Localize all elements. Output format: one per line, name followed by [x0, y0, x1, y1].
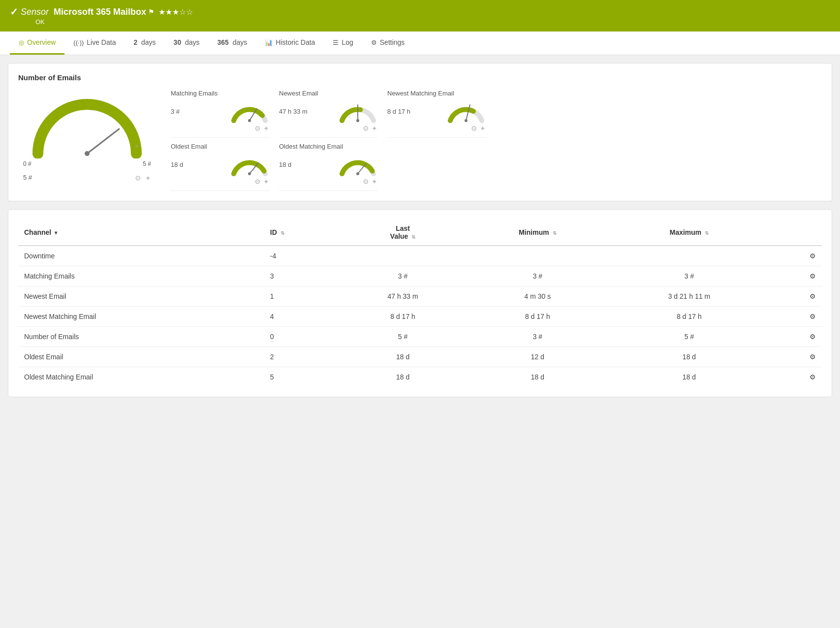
newest-matching-settings-icon[interactable]: ⚙	[471, 125, 477, 132]
matching-emails-settings-icon[interactable]: ⚙	[254, 125, 261, 132]
row-settings-button[interactable]: ⚙	[768, 246, 822, 266]
row-settings-button[interactable]: ⚙	[768, 367, 822, 387]
oldest-email-settings-icon[interactable]: ⚙	[254, 178, 261, 186]
svg-point-4	[248, 119, 251, 122]
minimum-sort-icon[interactable]: ⇅	[553, 230, 557, 236]
col-maximum: Maximum ⇅	[610, 220, 769, 246]
tab-settings[interactable]: ⚙ Settings	[362, 31, 414, 55]
col-id-label: ID	[270, 228, 277, 236]
newest-matching-pin-icon[interactable]: ✦	[480, 125, 486, 132]
tab-30days[interactable]: 30 days	[165, 31, 209, 55]
row-settings-button[interactable]: ⚙	[768, 266, 822, 286]
oldest-matching-pin-icon[interactable]: ✦	[372, 178, 377, 186]
cell-channel: Downtime	[18, 246, 264, 266]
cell-minimum: 3 #	[465, 327, 610, 347]
col-channel: Channel ▼	[18, 220, 264, 246]
tab-log[interactable]: ☰ Log	[324, 31, 362, 55]
header-left: ✓ Sensor Microsoft 365 Mailbox ⚑ ★★★☆☆ O…	[10, 6, 193, 26]
newest-email-pin-icon[interactable]: ✦	[372, 125, 377, 132]
col-minimum: Minimum ⇅	[465, 220, 610, 246]
row-settings-button[interactable]: ⚙	[768, 307, 822, 327]
row-gear-icon[interactable]: ⚙	[809, 353, 816, 361]
svg-point-12	[356, 172, 359, 175]
cell-minimum: 12 d	[465, 347, 610, 367]
newest-matching-label: Newest Matching Email	[387, 90, 486, 97]
live-data-icon: ((·))	[73, 39, 84, 46]
newest-email-row: 47 h 33 m	[279, 99, 377, 124]
oldest-matching-settings-icon[interactable]: ⚙	[363, 178, 369, 186]
col-last-value: LastValue ⇅	[341, 220, 465, 246]
small-gauge-matching-emails: Matching Emails 3 # ⚙ ✦	[171, 90, 269, 138]
gauge-section: x 0 # 5 # 5 # ⚙ ✦	[18, 90, 822, 191]
row-gear-icon[interactable]: ⚙	[809, 333, 816, 341]
col-id: ID ⇅	[264, 220, 341, 246]
col-minimum-label: Minimum	[519, 228, 549, 236]
table-row: Downtime-4⚙	[18, 246, 822, 266]
tab-log-label: Log	[342, 38, 353, 46]
matching-emails-value: 3 #	[171, 108, 180, 115]
cell-last-value: 5 #	[341, 327, 465, 347]
last-value-sort-icon[interactable]: ⇅	[411, 234, 415, 240]
col-last-value-label: LastValue	[390, 224, 410, 240]
row-gear-icon[interactable]: ⚙	[809, 252, 816, 260]
tab-365days-label: 365 days	[218, 38, 248, 46]
gauge-settings-icon[interactable]: ⚙	[135, 174, 141, 182]
newest-email-settings-icon[interactable]: ⚙	[363, 125, 369, 132]
svg-point-10	[248, 172, 251, 175]
cell-maximum: 18 d	[610, 367, 769, 387]
oldest-email-pin-icon[interactable]: ✦	[263, 178, 269, 186]
gauge-min-label: 0 #	[23, 160, 31, 167]
big-gauge-value: 5 #	[23, 174, 32, 181]
newest-email-gauge	[338, 99, 377, 124]
row-settings-button[interactable]: ⚙	[768, 327, 822, 347]
small-gauges-grid: Matching Emails 3 # ⚙ ✦	[171, 90, 822, 191]
newest-matching-value: 8 d 17 h	[387, 108, 410, 115]
matching-emails-row: 3 #	[171, 99, 269, 124]
row-gear-icon[interactable]: ⚙	[809, 292, 816, 300]
matching-emails-icons: ⚙ ✦	[171, 125, 269, 132]
tab-365days[interactable]: 365 days	[209, 31, 256, 55]
gauge-pin-icon[interactable]: ✦	[145, 174, 151, 182]
row-gear-icon[interactable]: ⚙	[809, 373, 816, 381]
row-gear-icon[interactable]: ⚙	[809, 272, 816, 280]
cell-minimum	[465, 246, 610, 266]
gauge-card: Number of Emails x	[8, 63, 832, 201]
col-actions	[768, 220, 822, 246]
channel-filter-icon[interactable]: ▼	[53, 230, 59, 236]
cell-id: 1	[264, 286, 341, 307]
historic-icon: 📊	[265, 39, 273, 46]
table-header-row: Channel ▼ ID ⇅ LastValue ⇅ Minimum ⇅	[18, 220, 822, 246]
cell-maximum: 8 d 17 h	[610, 307, 769, 327]
cell-channel: Newest Email	[18, 286, 264, 307]
cell-channel: Oldest Matching Email	[18, 367, 264, 387]
tab-live-data[interactable]: ((·)) Live Data	[64, 31, 124, 55]
tab-settings-label: Settings	[380, 38, 405, 46]
cell-minimum: 4 m 30 s	[465, 286, 610, 307]
maximum-sort-icon[interactable]: ⇅	[705, 230, 709, 236]
tab-overview[interactable]: ◎ Overview	[10, 31, 64, 55]
big-gauge: x	[28, 90, 146, 158]
big-gauge-labels: 0 # 5 #	[18, 160, 156, 167]
oldest-email-gauge	[230, 152, 269, 177]
cell-id: 2	[264, 347, 341, 367]
cell-last-value: 8 d 17 h	[341, 307, 465, 327]
matching-emails-label: Matching Emails	[171, 90, 269, 97]
svg-line-0	[87, 129, 119, 154]
tab-2days[interactable]: 2 days	[124, 31, 164, 55]
row-settings-button[interactable]: ⚙	[768, 347, 822, 367]
cell-id: 4	[264, 307, 341, 327]
cell-minimum: 18 d	[465, 367, 610, 387]
cell-id: 5	[264, 367, 341, 387]
cell-last-value: 18 d	[341, 367, 465, 387]
status-check-icon: ✓	[10, 6, 18, 18]
row-gear-icon[interactable]: ⚙	[809, 313, 816, 320]
row-settings-button[interactable]: ⚙	[768, 286, 822, 307]
matching-emails-pin-icon[interactable]: ✦	[263, 125, 269, 132]
cell-last-value: 18 d	[341, 347, 465, 367]
tab-historic[interactable]: 📊 Historic Data	[256, 31, 324, 55]
newest-matching-row: 8 d 17 h	[387, 99, 486, 124]
oldest-email-row: 18 d	[171, 152, 269, 177]
id-sort-icon[interactable]: ⇅	[280, 230, 284, 236]
content: Number of Emails x	[0, 55, 840, 405]
col-channel-label: Channel	[24, 228, 51, 236]
